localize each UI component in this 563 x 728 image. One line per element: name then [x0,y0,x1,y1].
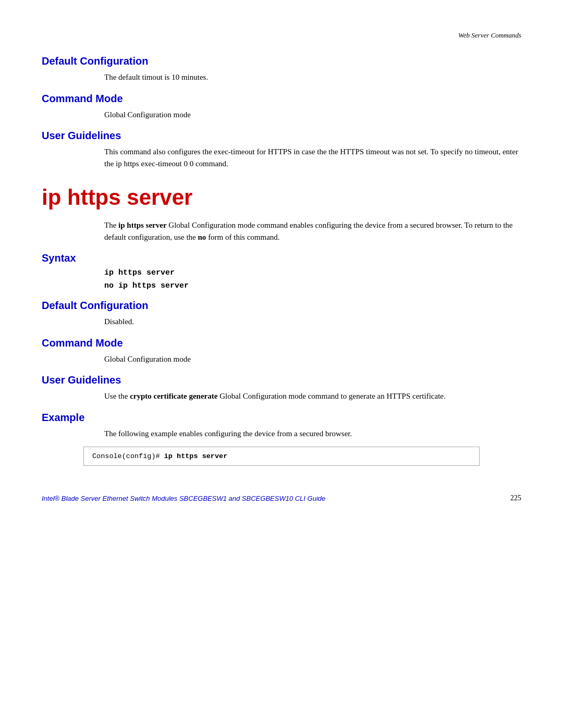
heading-default-config-1: Default Configuration [42,55,521,67]
page: Web Server Commands Default Configuratio… [0,0,563,518]
crypto-cert-bold: crypto certificate generate [130,392,217,400]
default-config-2-body: Disabled. [104,316,521,328]
heading-default-config-2: Default Configuration [42,300,521,312]
heading-user-guidelines-1: User Guidelines [42,130,521,142]
user-guidelines-2-body: Use the crypto certificate generate Glob… [104,390,521,402]
header-title: Web Server Commands [458,31,521,39]
code-prefix: Console(config)# [92,452,164,460]
code-example-box: Console(config)# ip https server [83,447,480,466]
user-guidelines-1-body: This command also configures the exec-ti… [104,146,521,169]
command-mode-2-body: Global Configuration mode [104,353,521,365]
syntax-block: ip https server no ip https server [104,268,521,290]
syntax-line-2: no ip https server [104,281,521,290]
command-bold-name: ip https server [118,221,167,229]
command-description: The ip https server Global Configuration… [104,219,521,243]
heading-command-mode-2: Command Mode [42,337,521,349]
heading-example: Example [42,412,521,424]
code-command: ip https server [164,452,228,460]
page-footer: Intel® Blade Server Ethernet Switch Modu… [42,494,521,502]
top-sections: Default Configuration The default timout… [42,55,521,169]
default-config-1-body: The default timout is 10 minutes. [104,71,521,83]
heading-syntax: Syntax [42,252,521,264]
no-keyword: no [198,233,206,241]
command-title: ip https server [42,185,521,210]
command-mode-1-body: Global Configuration mode [104,109,521,121]
page-header: Web Server Commands [42,31,521,40]
heading-user-guidelines-2: User Guidelines [42,374,521,386]
heading-command-mode-1: Command Mode [42,93,521,105]
footer-page-number: 225 [510,494,521,502]
footer-left-text: Intel® Blade Server Ethernet Switch Modu… [42,495,325,502]
example-body: The following example enables configurin… [104,428,521,440]
syntax-line-1: ip https server [104,268,521,277]
